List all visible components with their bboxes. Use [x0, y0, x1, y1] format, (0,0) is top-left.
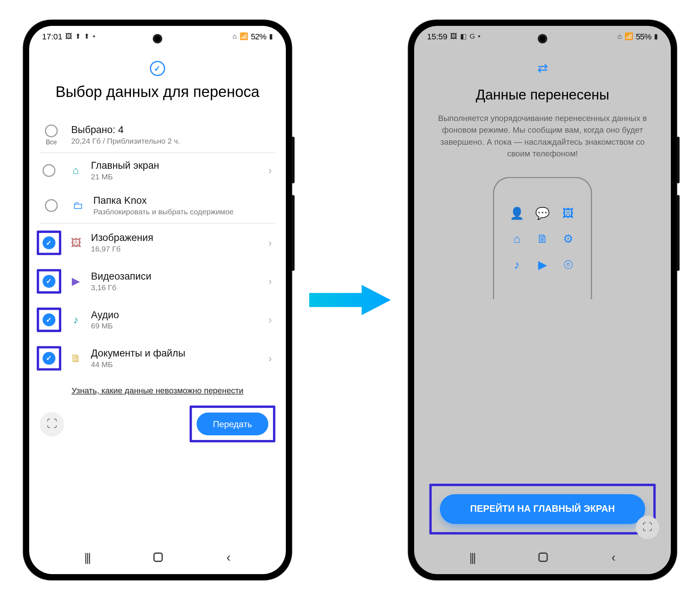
nav-back[interactable]: ‹ — [611, 550, 616, 565]
nav-home[interactable] — [153, 553, 163, 562]
battery-icon: ▮ — [269, 32, 273, 40]
nav-recents[interactable]: ||| — [84, 550, 90, 564]
signal-icon: 📶 — [625, 32, 633, 40]
item-title: Папка Knox — [93, 195, 272, 207]
grid-icon: ⚙ — [559, 230, 577, 248]
audio-icon: ♪ — [69, 314, 83, 326]
status-time: 17:01 — [42, 32, 62, 41]
list-item[interactable]: ✓▶Видеозаписи3,16 Гб› — [29, 262, 286, 301]
item-subtitle: 21 МБ — [91, 172, 260, 181]
select-all-label: Все — [46, 139, 57, 145]
chevron-right-icon: › — [268, 314, 272, 326]
select-all-row[interactable]: Все Выбрано: 4 20,24 Гб / Приблизительно… — [40, 117, 275, 153]
status-time: 15:59 — [427, 32, 447, 41]
video-icon: ▶ — [69, 275, 83, 288]
camera-cutout — [538, 34, 547, 43]
cannot-transfer-link[interactable]: Узнать, какие данные невозможно перенест… — [29, 378, 286, 400]
camera-cutout — [153, 34, 162, 43]
status-icon: • — [478, 32, 481, 40]
item-title: Главный экран — [91, 160, 260, 172]
status-icon: 🖼 — [65, 32, 72, 40]
nav-back[interactable]: ‹ — [226, 550, 231, 565]
qr-icon: ⛶ — [47, 418, 57, 430]
grid-icon: 🖼 — [559, 204, 577, 222]
item-subtitle: 3,16 Гб — [91, 283, 260, 292]
status-icon: 🖼 — [450, 32, 457, 40]
grid-icon: 💬 — [534, 204, 551, 222]
item-checkbox[interactable]: ✓ — [43, 313, 55, 326]
item-title: Документы и файлы — [91, 348, 260, 359]
android-navbar: ||| ‹ — [29, 543, 286, 574]
item-subtitle: 69 МБ — [91, 322, 260, 330]
item-checkbox[interactable] — [45, 199, 58, 212]
go-home-button[interactable]: ПЕРЕЙТИ НА ГЛАВНЫЙ ЭКРАН — [440, 494, 645, 524]
phone-left: 17:01 🖼 ⬆ ⬆ • ⌂ 📶 52% ▮ ✓ Выбор данных д — [23, 20, 292, 580]
page-description: Выполняется упорядочивание перенесенных … — [414, 112, 671, 177]
battery-icon: ▮ — [654, 32, 658, 40]
list-item[interactable]: ✓🗎Документы и файлы44 МБ› — [29, 339, 286, 378]
highlight-box: Передать — [190, 406, 275, 443]
selected-size: 20,24 Гб / Приблизительно 2 ч. — [71, 137, 272, 145]
list-item[interactable]: ✓🖼Изображения16,97 Гб› — [29, 223, 286, 262]
select-all-checkbox[interactable] — [45, 124, 58, 137]
screen-right: 15:59 🖼 ◧ G • ⌂ 📶 55% ▮ ⇄ Данные перенес… — [414, 26, 671, 574]
list-item[interactable]: 🗀Папка KnoxРазблокировать и выбрать соде… — [40, 188, 275, 224]
grid-icon: ▶ — [534, 256, 551, 273]
highlight-box: ✓ — [37, 231, 61, 255]
arrow-icon — [309, 283, 391, 317]
qr-scan-button[interactable]: ⛶ — [40, 412, 64, 436]
page-title: Данные перенесены — [414, 86, 671, 112]
item-title: Видеозаписи — [91, 271, 260, 283]
chevron-right-icon: › — [268, 237, 272, 249]
list-item[interactable]: ✓♪Аудио69 МБ› — [29, 301, 286, 339]
status-icon: ⬆ — [75, 32, 81, 40]
grid-icon: ♪ — [508, 256, 526, 273]
qr-scan-button[interactable]: ⛶ — [636, 516, 659, 539]
item-checkbox[interactable]: ✓ — [43, 275, 55, 288]
svg-marker-0 — [309, 285, 391, 315]
highlight-box: ПЕРЕЙТИ НА ГЛАВНЫЙ ЭКРАН — [429, 484, 656, 534]
header-check-icon: ✓ — [29, 43, 286, 83]
status-icon: G — [470, 32, 475, 40]
status-icon: ◧ — [460, 32, 467, 40]
grid-icon: ⌂ — [508, 230, 526, 248]
battery-percent: 55% — [636, 32, 651, 41]
item-title: Изображения — [91, 232, 260, 244]
item-title: Аудио — [91, 309, 260, 321]
document-icon: 🗎 — [69, 352, 83, 365]
battery-percent: 52% — [251, 32, 266, 41]
highlight-box: ✓ — [37, 346, 61, 370]
qr-icon: ⛶ — [642, 522, 652, 533]
item-checkbox[interactable]: ✓ — [43, 237, 55, 249]
nav-home[interactable] — [538, 553, 548, 562]
signal-icon: 📶 — [240, 32, 248, 40]
highlight-box: ✓ — [37, 269, 61, 293]
highlight-box: ✓ — [37, 308, 61, 332]
item-subtitle: Разблокировать и выбрать содержимое — [93, 207, 272, 216]
transfer-icon: ⇄ — [414, 61, 671, 86]
status-icon: ⬆ — [84, 32, 90, 40]
list-item[interactable]: ⌂Главный экран21 МБ› — [29, 153, 286, 188]
chevron-right-icon: › — [268, 164, 272, 177]
nav-recents[interactable]: ||| — [469, 550, 475, 564]
image-icon: 🖼 — [69, 237, 83, 249]
page-title: Выбор данных для переноса — [29, 83, 286, 117]
chevron-right-icon: › — [268, 352, 272, 365]
item-checkbox[interactable] — [43, 164, 55, 177]
grid-icon: 🗎 — [534, 230, 551, 248]
screen-left: 17:01 🖼 ⬆ ⬆ • ⌂ 📶 52% ▮ ✓ Выбор данных д — [29, 26, 286, 574]
phone-right: 15:59 🖼 ◧ G • ⌂ 📶 55% ▮ ⇄ Данные перенес… — [408, 20, 677, 580]
send-button[interactable]: Передать — [197, 413, 268, 435]
android-navbar: ||| ‹ — [414, 543, 671, 574]
grid-icon: 👤 — [508, 204, 526, 222]
status-icon: ⌂ — [233, 32, 237, 40]
item-subtitle: 44 МБ — [91, 360, 260, 369]
status-icon: ⌂ — [618, 32, 622, 40]
grid-icon: ⦾ — [559, 256, 577, 273]
folder-icon: 🗀 — [71, 199, 85, 212]
item-checkbox[interactable]: ✓ — [43, 352, 55, 365]
chevron-right-icon: › — [268, 275, 272, 288]
home-icon: ⌂ — [69, 164, 83, 177]
selected-count: Выбрано: 4 — [71, 124, 272, 136]
item-subtitle: 16,97 Гб — [91, 245, 260, 253]
